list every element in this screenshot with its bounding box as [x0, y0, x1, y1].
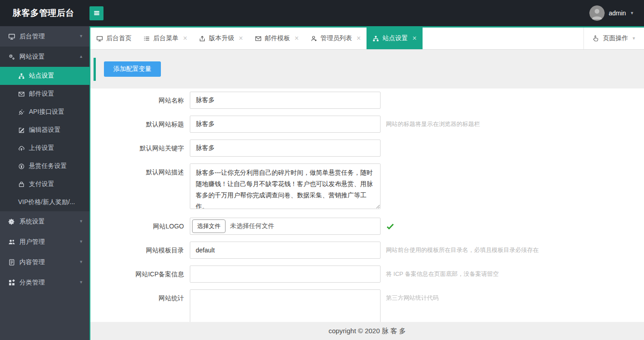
sidebar-item-label: 分类管理	[19, 279, 45, 287]
sidebar-item-2[interactable]: 系统设置▼	[0, 211, 89, 232]
sidebar-subitem-6[interactable]: 支付设置	[0, 175, 89, 193]
file-input[interactable]: 选择文件未选择任何文件	[190, 218, 381, 235]
sidebar-item-label: 内容管理	[19, 258, 45, 266]
sidebar-subitem-label: 上传设置	[29, 144, 54, 152]
sidebar: 后台管理▼网站设置▲站点设置邮件设置API接口设置编辑器设置上传设置悬赏任务设置…	[0, 26, 90, 340]
field-label: 默认网站标题	[90, 116, 184, 133]
chevron-down-icon: ▼	[79, 219, 83, 224]
form-row: 默认网站描述脉客多---让你充分利用自己的碎片时间，做简单悬赏任务，随时随地赚钱…	[90, 163, 644, 211]
page-actions-label: 页面操作	[603, 34, 628, 42]
sidebar-item-1[interactable]: 网站设置▲	[0, 47, 89, 67]
footer: copyright © 2020 脉 客 多	[90, 322, 644, 340]
sidebar-item-0[interactable]: 后台管理▼	[0, 26, 89, 47]
field-label: 网站名称	[90, 92, 184, 109]
form-row: 默认网站关键字	[90, 140, 644, 157]
user-menu[interactable]: admin ▼	[589, 5, 634, 21]
app-title: 脉客多管理后台	[0, 7, 77, 19]
wallet-icon	[18, 181, 25, 188]
chevron-down-icon: ▼	[79, 34, 83, 38]
sidebar-item-4[interactable]: 内容管理▼	[0, 252, 89, 272]
blocks-icon	[8, 279, 15, 286]
tab-2[interactable]: 版本升级×	[193, 28, 249, 49]
add-config-button[interactable]: 添加配置变量	[104, 61, 161, 77]
sidebar-item-label: 网站设置	[19, 53, 45, 61]
cloud-upload-icon	[18, 145, 25, 152]
text-input[interactable]	[190, 242, 381, 259]
text-input[interactable]	[190, 140, 381, 157]
doc-icon	[8, 259, 15, 266]
avatar	[589, 5, 605, 21]
sidebar-subitem-label: 悬赏任务设置	[29, 162, 67, 170]
chevron-down-icon: ▼	[79, 260, 83, 264]
sidebar-subitem-2[interactable]: API接口设置	[0, 103, 89, 121]
choose-file-button[interactable]: 选择文件	[192, 219, 226, 233]
sitemap-icon	[18, 73, 25, 79]
sidebar-subitem-4[interactable]: 上传设置	[0, 139, 89, 157]
sidebar-subitem-0[interactable]: 站点设置	[0, 67, 89, 85]
sitemap-icon	[372, 35, 379, 42]
upload-icon	[199, 35, 206, 42]
field-container: 脉客多---让你充分利用自己的碎片时间，做简单悬赏任务，随时随地赚钱！让自己每月…	[190, 163, 381, 211]
users-icon	[8, 238, 15, 246]
field-container	[190, 116, 381, 133]
tab-5[interactable]: 站点设置×	[367, 28, 422, 49]
field-container	[190, 265, 381, 283]
text-input[interactable]	[190, 116, 381, 133]
tab-4[interactable]: 管理员列表×	[305, 28, 367, 49]
field-label: 默认网站关键字	[90, 140, 184, 157]
text-input[interactable]	[190, 265, 381, 283]
envelope-icon	[255, 35, 262, 42]
field-hint: 网站的标题将显示在浏览器的标题栏	[386, 116, 480, 133]
close-icon[interactable]: ×	[239, 35, 243, 42]
field-hint: 网站前台使用的模板所在目录名，必填且模板目录必须存在	[386, 242, 539, 259]
sidebar-subitem-3[interactable]: 编辑器设置	[0, 121, 89, 139]
page-actions-button[interactable]: 页面操作 ▼	[583, 28, 644, 49]
chevron-up-icon: ▲	[79, 55, 83, 59]
textarea-input[interactable]: 脉客多---让你充分利用自己的碎片时间，做简单悬赏任务，随时随地赚钱！让自己每月…	[190, 163, 381, 209]
form-row: 网站ICP备案信息将 ICP 备案信息在页面底部，没备案请留空	[90, 265, 644, 283]
copyright-text: copyright © 2020 脉 客 多	[329, 327, 406, 335]
close-icon[interactable]: ×	[357, 35, 361, 42]
field-container	[190, 140, 381, 157]
close-icon[interactable]: ×	[183, 35, 187, 42]
hand-pointer-icon	[592, 35, 599, 42]
sidebar-subitem-1[interactable]: 邮件设置	[0, 85, 89, 103]
close-icon[interactable]: ×	[295, 35, 299, 42]
tab-label: 站点设置	[382, 34, 408, 42]
plug-icon	[18, 109, 25, 116]
list-icon	[143, 35, 150, 42]
form-row: 默认网站标题网站的标题将显示在浏览器的标题栏	[90, 116, 644, 133]
sidebar-item-label: 系统设置	[19, 218, 45, 226]
tab-1[interactable]: 后台菜单×	[137, 28, 193, 49]
main-content: 添加配置变量 网站名称默认网站标题网站的标题将显示在浏览器的标题栏默认网站关键字…	[90, 50, 644, 340]
yen-icon	[18, 163, 25, 170]
sidebar-subitem-5[interactable]: 悬赏任务设置	[0, 157, 89, 175]
sidebar-group: 网站设置▲站点设置邮件设置API接口设置编辑器设置上传设置悬赏任务设置支付设置V…	[0, 47, 89, 211]
tab-3[interactable]: 邮件模板×	[249, 28, 305, 49]
sidebar-subitem-label: 站点设置	[29, 72, 54, 80]
sidebar-item-5[interactable]: 分类管理▼	[0, 272, 89, 293]
tab-0[interactable]: 后台首页	[90, 28, 137, 49]
text-input[interactable]	[190, 92, 381, 109]
sidebar-subitem-label: 编辑器设置	[29, 126, 61, 134]
toolbar: 添加配置变量	[94, 58, 644, 81]
tabs-container: 后台首页后台菜单×版本升级×邮件模板×管理员列表×站点设置×	[90, 28, 423, 49]
sidebar-item-label: 用户管理	[19, 238, 45, 246]
gears-icon	[8, 53, 15, 61]
toolbar-section: 添加配置变量	[90, 50, 644, 88]
sidebar-subitem-7[interactable]: VIP价格/新人奖励/...	[0, 193, 89, 211]
field-hint: 将 ICP 备案信息在页面底部，没备案请留空	[386, 265, 499, 283]
username: admin	[609, 9, 626, 17]
envelope-icon	[18, 91, 25, 98]
sidebar-item-label: 后台管理	[19, 33, 45, 41]
field-label: 网站统计	[90, 289, 184, 307]
field-hint: 第三方网站统计代码	[386, 289, 439, 307]
chevron-down-icon: ▼	[79, 240, 83, 244]
close-icon[interactable]: ×	[412, 35, 416, 42]
chevron-down-icon: ▼	[630, 11, 634, 15]
sidebar-toggle-button[interactable]	[89, 6, 103, 20]
user-icon	[310, 35, 317, 42]
form-row: 网站LOGO选择文件未选择任何文件	[90, 218, 644, 235]
sidebar-subitem-label: VIP价格/新人奖励/...	[18, 198, 75, 206]
sidebar-item-3[interactable]: 用户管理▼	[0, 232, 89, 252]
